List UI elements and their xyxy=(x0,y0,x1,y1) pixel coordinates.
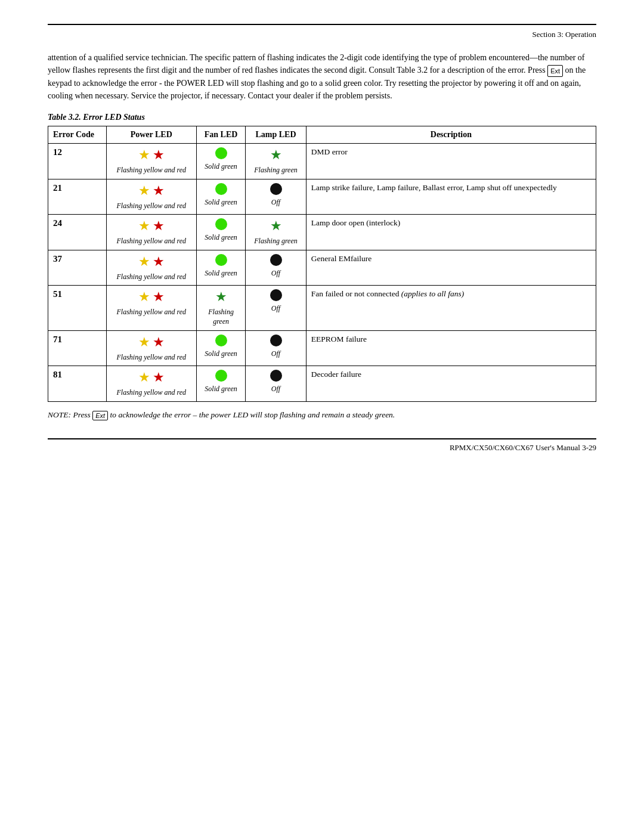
power-led-icons: ★ ★ xyxy=(138,254,165,270)
table-row: 21 ★ ★ Flashing yellow and red Solid gre… xyxy=(48,179,596,215)
fan-led-cell: Solid green xyxy=(196,250,245,286)
fan-led-label: Solid green xyxy=(205,198,237,208)
power-led-icons: ★ ★ xyxy=(138,289,165,305)
col-header-power-led: Power LED xyxy=(106,126,196,144)
table-row: 12 ★ ★ Flashing yellow and red Solid gre… xyxy=(48,144,596,179)
lamp-circle-black-icon xyxy=(270,289,282,301)
power-led-icons: ★ ★ xyxy=(138,370,165,385)
description-text: Decoder failure xyxy=(311,370,361,379)
fan-led-cell: Solid green xyxy=(196,330,245,366)
note-suffix: to acknowledge the error – the power LED… xyxy=(110,410,395,419)
col-header-description: Description xyxy=(306,126,596,144)
fan-led-label: Solid green xyxy=(205,233,237,243)
fan-led-label: Flashinggreen xyxy=(208,308,234,326)
power-led-label: Flashing yellow and red xyxy=(116,166,186,175)
lamp-led-icon-area: Off xyxy=(250,370,301,394)
power-led-icon-area: ★ ★ Flashing yellow and red xyxy=(112,289,191,317)
error-code-cell: 24 xyxy=(48,215,107,250)
lamp-led-icon-area: ★ Flashing green xyxy=(250,147,301,175)
description-cell: Decoder failure xyxy=(306,366,596,402)
table-row: 71 ★ ★ Flashing yellow and red Solid gre… xyxy=(48,330,596,366)
power-led-label: Flashing yellow and red xyxy=(116,388,186,398)
description-cell: DMD error xyxy=(306,144,596,179)
error-code-cell: 37 xyxy=(48,250,107,286)
yellow-star-icon: ★ xyxy=(138,335,150,350)
power-led-cell: ★ ★ Flashing yellow and red xyxy=(106,179,196,215)
fan-led-icon-area: ★ Flashinggreen xyxy=(202,289,240,326)
fan-star-green-icon: ★ xyxy=(215,289,227,305)
fan-led-icon-area: Solid green xyxy=(202,218,240,243)
footer-rule xyxy=(48,438,596,439)
fan-circle-green-icon xyxy=(215,183,227,195)
power-led-icon-area: ★ ★ Flashing yellow and red xyxy=(112,335,191,363)
lamp-led-label: Flashing green xyxy=(254,237,298,246)
power-led-icons: ★ ★ xyxy=(138,147,165,163)
yellow-star-icon: ★ xyxy=(138,254,150,270)
error-code-value: 51 xyxy=(53,289,62,299)
fan-circle-green-icon xyxy=(215,335,227,346)
yellow-star-icon: ★ xyxy=(138,218,150,234)
error-code-cell: 51 xyxy=(48,286,107,330)
power-led-cell: ★ ★ Flashing yellow and red xyxy=(106,250,196,286)
lamp-circle-black-icon xyxy=(270,335,282,346)
power-led-label: Flashing yellow and red xyxy=(116,308,186,317)
fan-led-label: Solid green xyxy=(205,269,237,278)
fan-led-icon-area: Solid green xyxy=(202,335,240,359)
error-code-cell: 71 xyxy=(48,330,107,366)
fan-circle-green-icon xyxy=(215,147,227,159)
description-text: Lamp strike failure, Lamp failure, Balla… xyxy=(311,183,557,192)
description-cell: Lamp door open (interlock) xyxy=(306,215,596,250)
power-led-cell: ★ ★ Flashing yellow and red xyxy=(106,330,196,366)
fan-led-icon-area: Solid green xyxy=(202,183,240,208)
red-star-icon: ★ xyxy=(153,183,165,199)
lamp-led-cell: ★ Flashing green xyxy=(246,215,306,250)
footer-text: RPMX/CX50/CX60/CX67 User's Manual 3-29 xyxy=(48,443,596,453)
note-prefix: NOTE: Press xyxy=(48,410,91,419)
red-star-icon: ★ xyxy=(153,289,165,305)
lamp-led-label: Off xyxy=(271,198,280,208)
lamp-led-icon-area: ★ Flashing green xyxy=(250,218,301,246)
lamp-led-icon-area: Off xyxy=(250,289,301,314)
power-led-label: Flashing yellow and red xyxy=(116,272,186,282)
header-rule xyxy=(48,24,596,25)
lamp-led-cell: Off xyxy=(246,286,306,330)
power-led-cell: ★ ★ Flashing yellow and red xyxy=(106,215,196,250)
exit-kbd-inline: Ext xyxy=(547,65,563,78)
error-code-cell: 81 xyxy=(48,366,107,402)
exit-kbd-note: Ext xyxy=(92,411,108,420)
power-led-icon-area: ★ ★ Flashing yellow and red xyxy=(112,147,191,175)
red-star-icon: ★ xyxy=(153,254,165,270)
lamp-led-cell: Off xyxy=(246,330,306,366)
fan-circle-green-icon xyxy=(215,254,227,266)
fan-circle-green-icon xyxy=(215,370,227,382)
description-text: DMD error xyxy=(311,147,348,156)
lamp-led-label: Flashing green xyxy=(254,166,298,175)
lamp-star-green-icon: ★ xyxy=(270,218,282,234)
description-cell: EEPROM failure xyxy=(306,330,596,366)
red-star-icon: ★ xyxy=(153,370,165,385)
fan-led-icon-area: Solid green xyxy=(202,370,240,394)
note-paragraph: NOTE: Press Ext to acknowledge the error… xyxy=(48,410,596,420)
description-text: General EMfailure xyxy=(311,254,372,263)
lamp-led-cell: ★ Flashing green xyxy=(246,144,306,179)
table-title: Table 3.2. Error LED Status xyxy=(48,113,596,122)
red-star-icon: ★ xyxy=(153,147,165,163)
lamp-led-label: Off xyxy=(271,385,280,394)
error-code-value: 71 xyxy=(53,335,62,344)
col-header-error-code: Error Code xyxy=(48,126,107,144)
power-led-icon-area: ★ ★ Flashing yellow and red xyxy=(112,370,191,398)
power-led-label: Flashing yellow and red xyxy=(116,237,186,246)
power-led-label: Flashing yellow and red xyxy=(116,353,186,363)
fan-led-icon-area: Solid green xyxy=(202,147,240,172)
lamp-led-label: Off xyxy=(271,304,280,314)
fan-led-label: Solid green xyxy=(205,162,237,172)
fan-led-cell: Solid green xyxy=(196,215,245,250)
fan-led-cell: ★ Flashinggreen xyxy=(196,286,245,330)
description-cell: Fan failed or not connected (applies to … xyxy=(306,286,596,330)
error-code-value: 24 xyxy=(53,218,62,228)
error-code-value: 37 xyxy=(53,254,62,264)
lamp-led-cell: Off xyxy=(246,179,306,215)
fan-led-label: Solid green xyxy=(205,349,237,359)
fan-circle-green-icon xyxy=(215,218,227,230)
fan-led-icon-area: Solid green xyxy=(202,254,240,278)
